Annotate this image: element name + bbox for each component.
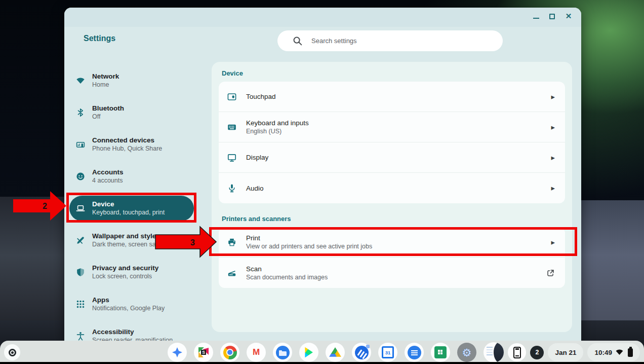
external-link-icon [546,269,555,277]
sidebar-item-connected-devices[interactable]: Connected devicesPhone Hub, Quick Share [69,128,194,160]
sidebar-item-network[interactable]: NetworkHome [69,64,194,96]
row-scan[interactable]: ScanScan documents and images [219,258,565,288]
sidebar-item-apps[interactable]: AppsNotifications, Google Play [69,288,194,320]
accessibility-icon [75,331,86,341]
row-label: Touchpad [246,93,546,100]
drive-icon [329,347,342,358]
page-title: Settings [84,34,115,43]
sidebar-label: Bluetooth [92,104,124,112]
launcher-icon [9,349,16,356]
phone-icon [513,347,521,358]
app-slack[interactable]: S [194,343,213,362]
chevron-right-icon: ▸ [551,184,555,193]
printer-icon [227,237,237,247]
row-display[interactable]: Display ▸ [219,142,565,173]
app-docs[interactable] [405,343,424,362]
row-print[interactable]: PrintView or add printers and see active… [219,227,565,258]
settings-window: ✕ Settings NetworkHome BluetoothOff Conn… [64,8,581,341]
app-sheets[interactable] [431,343,450,362]
slack-icon: S [197,346,210,358]
launcher-button[interactable] [4,344,20,360]
row-touchpad[interactable]: Touchpad ▸ [219,82,565,112]
sidebar-item-bluetooth[interactable]: BluetoothOff [69,96,194,128]
laptop-icon [75,203,86,213]
app-flow[interactable] [352,343,371,362]
flow-icon [355,346,369,359]
search-bar[interactable] [277,30,503,51]
app-settings[interactable]: ⚙ [457,343,476,362]
app-calendar[interactable]: 31 [378,343,397,362]
shelf-apps: S M 31 ⚙ [168,343,476,362]
sidebar-sublabel: Notifications, Google Play [92,305,165,312]
sidebar-label: Accessibility [92,328,173,336]
bluetooth-icon [75,107,86,118]
chevron-right-icon: ▸ [551,153,555,162]
chrome-icon [223,346,237,359]
apps-grid-icon [75,299,86,309]
window-titlebar [64,8,581,27]
play-store-icon [304,347,314,358]
account-icon [75,171,86,181]
app-gemini[interactable] [168,343,187,362]
screenshot-thumbnail[interactable] [484,342,504,362]
sidebar-sublabel: Off [92,113,124,120]
search-icon [293,36,303,46]
date-pill[interactable]: Jan 21 [548,343,583,361]
row-keyboard[interactable]: Keyboard and inputsEnglish (US) ▸ [219,112,565,142]
sidebar-sublabel: Screen reader, magnification [92,337,173,341]
wifi-status-icon [616,349,623,355]
svg-text:S: S [202,350,205,355]
sidebar-label: Network [92,72,119,80]
sidebar-item-privacy[interactable]: Privacy and securityLock screen, control… [69,256,194,288]
sidebar-item-accessibility[interactable]: AccessibilityScreen reader, magnificatio… [69,320,194,341]
printers-rows-card: PrintView or add printers and see active… [219,227,565,288]
maximize-button[interactable] [549,14,555,19]
search-input[interactable] [311,37,473,45]
date-label: Jan 21 [555,349,576,356]
device-rows-card: Touchpad ▸ Keyboard and inputsEnglish (U… [219,82,565,203]
section-title-device: Device [222,62,572,77]
sidebar-label: Device [92,200,165,208]
docs-icon [408,346,421,359]
shield-icon [75,267,86,277]
keyboard-icon [227,122,237,132]
notification-badge[interactable]: 2 [530,346,544,359]
sidebar-label: Apps [92,296,165,304]
app-play-store[interactable] [299,343,318,362]
screen-edge [0,362,644,364]
row-sublabel: View or add printers and see active prin… [246,243,546,250]
row-sublabel: Scan documents and images [246,274,541,281]
sidebar-item-accounts[interactable]: Accounts4 accounts [69,160,194,192]
row-label: Print [246,234,546,242]
sidebar-sublabel: Lock screen, controls [92,273,158,280]
phone-hub-button[interactable] [508,343,526,361]
files-icon [276,346,290,359]
main-panel: Device Touchpad ▸ Keyboard and inputsEng… [212,62,572,332]
app-chrome[interactable] [220,343,239,362]
app-drive[interactable] [326,343,345,362]
sidebar-label: Privacy and security [92,264,158,272]
row-label: Display [246,154,546,161]
sidebar-sublabel: Dark theme, screen saver [92,241,165,248]
gear-icon: ⚙ [462,347,472,358]
scanner-icon [227,268,237,278]
row-audio[interactable]: Audio ▸ [219,173,565,203]
sidebar-label: Connected devices [92,136,162,144]
app-files[interactable] [273,343,292,362]
connected-devices-icon [75,139,86,150]
section-title-printers: Printers and scanners [222,203,572,223]
sidebar: NetworkHome BluetoothOff Connected devic… [69,64,194,341]
app-gmail[interactable]: M [247,343,266,362]
sidebar-sublabel: Home [92,81,119,88]
chevron-right-icon: ▸ [551,92,555,101]
sidebar-item-device[interactable]: DeviceKeyboard, touchpad, print [69,196,194,221]
close-button[interactable]: ✕ [565,13,572,20]
status-area[interactable]: 10:49 [587,343,640,361]
row-label: Scan [246,265,541,273]
shelf: S M 31 ⚙ 2 Jan 21 10:49 [0,341,644,364]
minimize-button[interactable] [533,14,539,19]
sidebar-item-wallpaper[interactable]: Wallpaper and styleDark theme, screen sa… [69,224,194,256]
sidebar-label: Accounts [92,168,124,176]
wallpaper-icon [75,235,86,245]
display-icon [227,153,237,163]
